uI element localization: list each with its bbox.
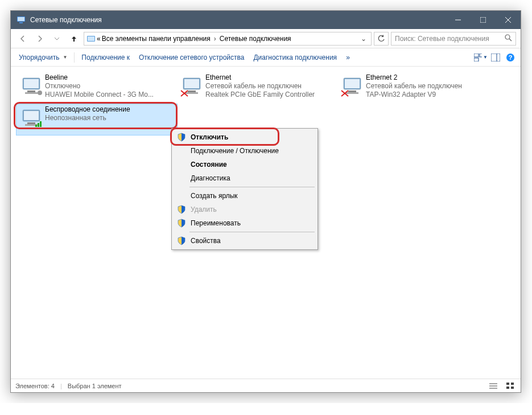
svg-text:?: ? xyxy=(509,54,513,61)
svg-rect-12 xyxy=(480,54,482,57)
svg-rect-2 xyxy=(19,22,23,23)
close-button[interactable] xyxy=(496,11,521,29)
svg-rect-13 xyxy=(474,58,479,61)
items-count: Элементов: 4 xyxy=(15,383,55,389)
item-status: Отключено xyxy=(45,82,175,91)
item-name: Ethernet 2 xyxy=(366,73,496,82)
breadcrumb-part1[interactable]: Все элементы панели управления xyxy=(102,35,211,43)
item-name: Беспроводное соединение xyxy=(45,105,175,114)
title-bar: Сетевые подключения xyxy=(11,11,521,29)
svg-rect-30 xyxy=(345,79,360,88)
shield-icon xyxy=(177,236,186,245)
ctx-rename[interactable]: Переименовать xyxy=(174,216,316,230)
more-commands[interactable]: » xyxy=(341,51,354,64)
svg-rect-8 xyxy=(88,36,94,41)
item-name: Ethernet xyxy=(205,73,335,82)
preview-pane-button[interactable] xyxy=(489,51,502,64)
refresh-button[interactable] xyxy=(374,32,389,46)
diagnose-button[interactable]: Диагностика подключения xyxy=(249,51,341,64)
svg-rect-21 xyxy=(25,92,38,94)
shield-icon xyxy=(177,205,186,214)
breadcrumb-dropdown[interactable]: ⌄ xyxy=(358,35,369,43)
control-panel-icon xyxy=(86,34,96,43)
svg-rect-20 xyxy=(27,91,35,92)
separator xyxy=(189,187,315,187)
svg-rect-1 xyxy=(18,17,24,21)
svg-rect-31 xyxy=(348,91,356,92)
network-item-ethernet2[interactable]: Ethernet 2 Сетевой кабель не подключен T… xyxy=(337,72,498,103)
connect-to-button[interactable]: Подключение к xyxy=(77,51,134,64)
svg-rect-48 xyxy=(511,387,514,389)
svg-rect-14 xyxy=(491,54,500,61)
organize-menu[interactable]: Упорядочить▼ xyxy=(14,51,72,64)
history-dropdown[interactable] xyxy=(50,31,64,46)
ctx-state[interactable]: Состояние xyxy=(174,158,316,171)
svg-rect-4 xyxy=(480,17,486,23)
app-icon xyxy=(17,15,26,24)
icons-view-button[interactable] xyxy=(505,381,516,391)
item-device: HUAWEI Mobile Connect - 3G Mo... xyxy=(45,91,175,99)
back-button[interactable] xyxy=(15,31,30,46)
svg-point-9 xyxy=(505,35,510,39)
status-bar: Элементов: 4 | Выбран 1 элемент xyxy=(11,379,521,392)
svg-rect-40 xyxy=(38,123,39,127)
shield-icon xyxy=(177,219,186,228)
selection-count: Выбран 1 элемент xyxy=(68,383,122,389)
network-item-ethernet[interactable]: Ethernet Сетевой кабель не подключен Rea… xyxy=(177,72,337,103)
toolbar: Упорядочить▼ Подключение к Отключение се… xyxy=(11,48,521,67)
network-item-wireless[interactable]: Беспроводное соединение Неопознанная сет… xyxy=(17,104,177,135)
svg-rect-26 xyxy=(185,92,198,94)
item-status: Сетевой кабель не подключен xyxy=(205,82,335,91)
disable-device-button[interactable]: Отключение сетевого устройства xyxy=(134,51,249,64)
svg-rect-11 xyxy=(474,54,479,57)
search-icon xyxy=(505,34,512,43)
address-bar: « Все элементы панели управления › Сетев… xyxy=(11,29,521,48)
breadcrumb-prefix: « xyxy=(97,35,101,43)
network-adapter-icon xyxy=(19,105,45,130)
maximize-button[interactable] xyxy=(471,11,496,29)
breadcrumb[interactable]: « Все элементы панели управления › Сетев… xyxy=(84,32,372,46)
network-adapter-icon xyxy=(340,73,366,98)
ctx-properties[interactable]: Свойства xyxy=(174,234,316,248)
item-status: Сетевой кабель не подключен xyxy=(366,82,496,91)
view-options-button[interactable]: ▼ xyxy=(474,51,488,64)
svg-rect-37 xyxy=(27,122,35,124)
svg-rect-41 xyxy=(40,121,42,127)
ctx-disconnect[interactable]: Отключить xyxy=(174,130,316,144)
search-input[interactable]: Поиск: Сетевые подключения xyxy=(391,32,516,46)
svg-rect-47 xyxy=(506,387,509,389)
chevron-down-icon: ▼ xyxy=(63,55,67,60)
network-adapter-icon xyxy=(179,73,205,98)
svg-rect-39 xyxy=(35,125,37,127)
window-frame: Сетевые подключения « Все элементы панел… xyxy=(10,10,521,393)
svg-rect-19 xyxy=(24,79,39,88)
ctx-toggle[interactable]: Подключение / Отключение xyxy=(174,144,316,158)
forward-button[interactable] xyxy=(32,31,47,46)
help-button[interactable]: ? xyxy=(504,51,517,64)
ctx-delete: Удалить xyxy=(174,203,316,216)
network-item-beeline[interactable]: Beeline Отключено HUAWEI Mobile Connect … xyxy=(17,72,177,103)
separator xyxy=(189,232,315,232)
svg-rect-45 xyxy=(506,383,509,385)
svg-rect-25 xyxy=(188,91,196,92)
ctx-shortcut[interactable]: Создать ярлык xyxy=(174,189,316,203)
svg-rect-32 xyxy=(346,92,358,94)
network-adapter-icon xyxy=(19,73,45,98)
ctx-diagnose[interactable]: Диагностика xyxy=(174,171,316,185)
item-name: Beeline xyxy=(45,73,175,82)
minimize-button[interactable] xyxy=(446,11,471,29)
search-placeholder: Поиск: Сетевые подключения xyxy=(395,35,501,43)
svg-rect-46 xyxy=(511,383,514,385)
item-status: Неопознанная сеть xyxy=(45,114,175,122)
breadcrumb-part2[interactable]: Сетевые подключения xyxy=(220,35,291,43)
window-title: Сетевые подключения xyxy=(30,16,102,24)
item-device: TAP-Win32 Adapter V9 xyxy=(366,91,496,99)
details-view-button[interactable] xyxy=(488,381,499,391)
chevron-right-icon[interactable]: › xyxy=(212,35,218,43)
svg-rect-24 xyxy=(184,79,199,88)
svg-rect-36 xyxy=(24,111,39,120)
item-device: Realtek PCIe GbE Family Controller xyxy=(205,91,335,99)
content-area[interactable]: Beeline Отключено HUAWEI Mobile Connect … xyxy=(11,67,521,379)
up-button[interactable] xyxy=(67,31,81,46)
svg-line-10 xyxy=(509,39,512,41)
